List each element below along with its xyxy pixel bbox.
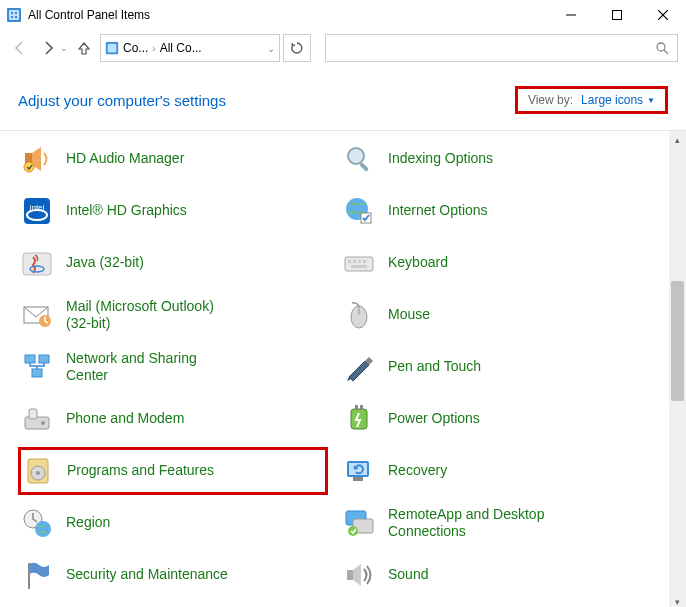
item-label: Recovery — [388, 462, 447, 480]
svg-point-46 — [36, 471, 40, 475]
content-area: HD Audio Manager Indexing Options intel … — [0, 131, 686, 607]
svg-rect-26 — [348, 260, 351, 263]
view-by-selector[interactable]: View by: Large icons ▼ — [515, 86, 668, 114]
svg-rect-29 — [363, 260, 366, 263]
svg-rect-11 — [108, 44, 117, 53]
scrollbar[interactable]: ▴ ▾ — [669, 131, 686, 607]
view-by-label: View by: — [528, 93, 573, 107]
item-sound[interactable]: Sound — [340, 551, 650, 599]
address-bar[interactable]: Co... › All Co... ⌄ — [100, 34, 280, 62]
item-mail[interactable]: Mail (Microsoft Outlook) (32-bit) — [18, 291, 328, 339]
svg-line-13 — [664, 50, 668, 54]
mouse-icon — [342, 298, 376, 332]
scroll-up-button[interactable]: ▴ — [669, 131, 686, 148]
svg-rect-17 — [359, 162, 369, 172]
minimize-button[interactable] — [548, 0, 594, 30]
refresh-button[interactable] — [283, 34, 311, 62]
clock-globe-icon — [20, 506, 54, 540]
item-remoteapp[interactable]: RemoteApp and Desktop Connections — [340, 499, 650, 547]
search-input[interactable] — [334, 40, 655, 56]
svg-rect-36 — [39, 355, 49, 363]
flag-icon — [20, 558, 54, 592]
svg-rect-2 — [11, 12, 13, 14]
item-intel-hd-graphics[interactable]: intel Intel® HD Graphics — [18, 187, 328, 235]
svg-rect-43 — [360, 405, 363, 410]
item-label: Programs and Features — [67, 462, 214, 480]
item-label: Region — [66, 514, 110, 532]
svg-point-51 — [35, 521, 51, 537]
item-label: Mouse — [388, 306, 430, 324]
svg-rect-56 — [347, 570, 353, 580]
item-storage-spaces[interactable]: Storage Spaces — [340, 603, 650, 607]
item-java[interactable]: Java (32-bit) — [18, 239, 328, 287]
item-label: Pen and Touch — [388, 358, 481, 376]
item-label: HD Audio Manager — [66, 150, 184, 168]
back-button[interactable] — [8, 36, 32, 60]
item-internet-options[interactable]: Internet Options — [340, 187, 650, 235]
svg-rect-42 — [355, 405, 358, 410]
header-row: Adjust your computer's settings View by:… — [0, 66, 686, 131]
close-button[interactable] — [640, 0, 686, 30]
svg-rect-7 — [613, 11, 622, 20]
item-keyboard[interactable]: Keyboard — [340, 239, 650, 287]
chevron-down-icon: ▼ — [647, 96, 655, 105]
item-indexing-options[interactable]: Indexing Options — [340, 135, 650, 183]
recent-locations-dropdown[interactable]: ⌄ — [60, 43, 68, 53]
search-box[interactable] — [325, 34, 678, 62]
svg-rect-49 — [353, 477, 363, 481]
scroll-down-button[interactable]: ▾ — [669, 593, 686, 607]
item-label: Phone and Modem — [66, 410, 184, 428]
item-recovery[interactable]: Recovery — [340, 447, 650, 495]
item-mouse[interactable]: Mouse — [340, 291, 650, 339]
svg-point-54 — [348, 526, 358, 536]
up-button[interactable] — [72, 36, 96, 60]
item-label: Java (32-bit) — [66, 254, 144, 272]
address-dropdown[interactable]: ⌄ — [267, 43, 275, 54]
svg-rect-1 — [9, 10, 19, 20]
svg-rect-27 — [353, 260, 356, 263]
remote-desktop-icon — [342, 506, 376, 540]
breadcrumb-part2[interactable]: All Co... — [160, 41, 202, 55]
chevron-right-icon[interactable]: › — [152, 43, 155, 54]
titlebar: All Control Panel Items — [0, 0, 686, 30]
page-title: Adjust your computer's settings — [18, 92, 226, 109]
forward-button[interactable] — [36, 36, 60, 60]
breadcrumb-part1[interactable]: Co... — [123, 41, 148, 55]
network-icon — [20, 350, 54, 384]
item-label: Mail (Microsoft Outlook) (32-bit) — [66, 298, 236, 333]
navigation-bar: ⌄ Co... › All Co... ⌄ — [0, 30, 686, 66]
item-label: Security and Maintenance — [66, 566, 228, 584]
item-label: Intel® HD Graphics — [66, 202, 187, 220]
keyboard-icon — [342, 246, 376, 280]
window-title: All Control Panel Items — [28, 8, 548, 22]
view-by-value[interactable]: Large icons ▼ — [581, 93, 655, 107]
svg-rect-3 — [15, 12, 17, 14]
item-region[interactable]: Region — [18, 499, 328, 547]
svg-point-16 — [348, 148, 364, 164]
scroll-thumb[interactable] — [671, 281, 684, 401]
item-programs-features[interactable]: Programs and Features — [18, 447, 328, 495]
item-phone-modem[interactable]: Phone and Modem — [18, 395, 328, 443]
svg-rect-4 — [11, 16, 13, 18]
sound-icon — [342, 558, 376, 592]
item-pen-touch[interactable]: Pen and Touch — [340, 343, 650, 391]
svg-rect-38 — [25, 417, 49, 429]
svg-rect-25 — [345, 257, 373, 271]
item-label: Network and Sharing Center — [66, 350, 236, 385]
svg-rect-35 — [25, 355, 35, 363]
svg-rect-28 — [358, 260, 361, 263]
item-security-maintenance[interactable]: Security and Maintenance — [18, 551, 328, 599]
item-power-options[interactable]: Power Options — [340, 395, 650, 443]
speaker-icon — [20, 142, 54, 176]
svg-point-40 — [41, 421, 45, 425]
item-label: Indexing Options — [388, 150, 493, 168]
item-hd-audio-manager[interactable]: HD Audio Manager — [18, 135, 328, 183]
maximize-button[interactable] — [594, 0, 640, 30]
item-speech-recognition[interactable]: Speech Recognition — [18, 603, 328, 607]
item-network-sharing[interactable]: Network and Sharing Center — [18, 343, 328, 391]
item-label: Internet Options — [388, 202, 488, 220]
pen-icon — [342, 350, 376, 384]
search-icon[interactable] — [655, 41, 669, 55]
globe-icon — [342, 194, 376, 228]
svg-rect-37 — [32, 369, 42, 377]
